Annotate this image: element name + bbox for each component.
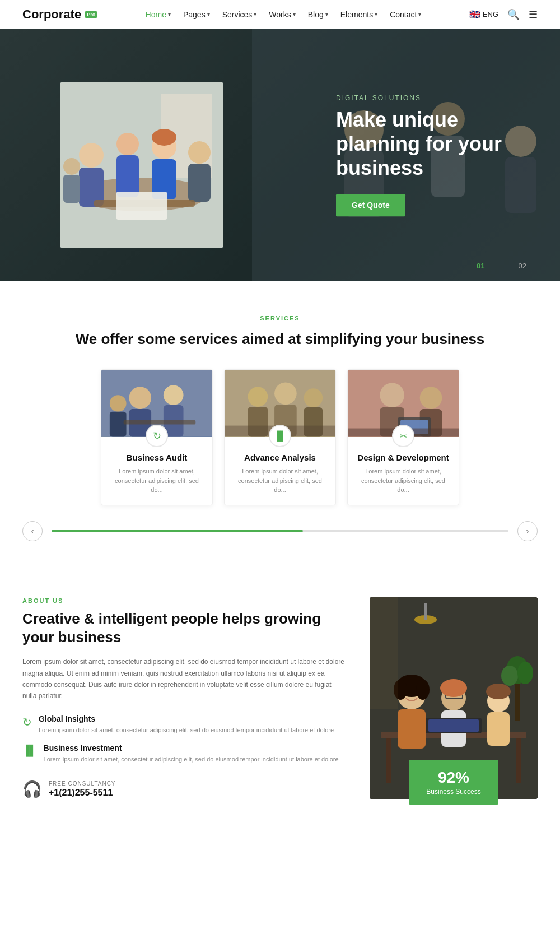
services-tag: SERVICES — [22, 315, 538, 322]
carousel-next-button[interactable]: › — [517, 521, 538, 541]
service-card-desc-3: Lorem ipsum dolor sit amet, consectetur … — [356, 467, 451, 495]
nav-item-blog[interactable]: Blog ▾ — [308, 10, 328, 19]
about-features: ↻ Global Insights Lorem ipsum dolor sit … — [22, 714, 347, 764]
hero-title: Make unique planning for your business — [336, 108, 526, 180]
svg-rect-53 — [386, 738, 391, 783]
service-icon-1: ↻ — [146, 425, 168, 447]
chevron-down-icon: ▾ — [418, 11, 421, 17]
svg-rect-14 — [63, 175, 80, 203]
feature-business-investment-content: Business Investment Lorem ipsum dolor si… — [44, 744, 339, 764]
logo[interactable]: Corporate Pro — [22, 7, 97, 22]
hero-subtitle: DIGITAL SOLUTIONS — [336, 94, 526, 102]
service-card-body-3: Design & Development Lorem ipsum dolor s… — [348, 437, 459, 505]
get-quote-button[interactable]: Get Quote — [336, 194, 405, 216]
svg-point-37 — [304, 388, 323, 407]
carousel-progress — [52, 530, 303, 532]
logo-text: Corporate — [22, 7, 81, 22]
consultancy-row: 🎧 FREE CONSULTANCY +1(21)255-5511 — [22, 780, 347, 798]
svg-rect-56 — [398, 709, 426, 749]
feature-business-investment-title: Business Investment — [44, 744, 339, 752]
business-investment-icon: ▐▌ — [22, 745, 37, 756]
service-card-image-2: ▐▌ — [225, 370, 335, 437]
current-page: 01 — [477, 262, 484, 270]
carousel-track — [52, 530, 508, 532]
svg-rect-7 — [116, 155, 139, 197]
about-badge: 92% Business Success — [409, 760, 498, 805]
consultancy-info: FREE CONSULTANCY +1(21)255-5511 — [49, 780, 116, 798]
hero-section: DIGITAL SOLUTIONS Make unique planning f… — [0, 29, 560, 281]
services-section: SERVICES We offer some services aimed at… — [0, 281, 560, 564]
svg-point-66 — [486, 684, 511, 699]
service-icon-3: ✂ — [392, 425, 414, 447]
hero-image — [60, 82, 223, 248]
next-page: 02 — [519, 262, 526, 270]
svg-point-59 — [416, 680, 430, 700]
svg-point-63 — [440, 679, 467, 697]
chevron-down-icon: ▾ — [254, 11, 256, 17]
svg-point-72 — [517, 662, 533, 684]
svg-point-29 — [110, 395, 127, 412]
chevron-down-icon: ▾ — [168, 11, 171, 17]
nav-item-works[interactable]: Works ▾ — [269, 10, 295, 19]
global-insights-icon: ↻ — [22, 715, 32, 729]
feature-global-insights-content: Global Insights Lorem ipsum dolor sit am… — [39, 714, 334, 735]
feature-global-insights-desc: Lorem ipsum dolor sit amet, consectetur … — [39, 726, 334, 735]
chevron-down-icon: ▾ — [325, 11, 328, 17]
carousel-prev-button[interactable]: ‹ — [22, 521, 43, 541]
about-description: Lorem ipsum dolor sit amet, consectetur … — [22, 656, 347, 702]
svg-rect-73 — [370, 597, 398, 709]
about-section: ABOUT US Creative & intelligent people h… — [0, 564, 560, 833]
service-card-design-dev: ✂ Design & Development Lorem ipsum dolor… — [347, 369, 459, 505]
service-card-image-3: ✂ — [348, 370, 459, 437]
svg-point-43 — [420, 387, 442, 409]
logo-badge: Pro — [85, 11, 97, 18]
flag-icon: 🇬🇧 — [469, 9, 480, 20]
feature-business-investment: ▐▌ Business Investment Lorem ipsum dolor… — [22, 744, 347, 764]
carousel-controls: ‹ › — [22, 521, 538, 541]
svg-rect-12 — [188, 164, 211, 202]
service-card-body-1: Business Audit Lorem ipsum dolor sit ame… — [101, 437, 212, 505]
nav-item-home[interactable]: Home ▾ — [146, 10, 171, 19]
headphone-icon: 🎧 — [22, 780, 42, 798]
hamburger-menu-icon[interactable]: ☰ — [529, 8, 538, 21]
svg-point-13 — [63, 158, 80, 175]
consultancy-phone[interactable]: +1(21)255-5511 — [49, 788, 116, 798]
nav-item-contact[interactable]: Contact ▾ — [390, 10, 421, 19]
about-right: 92% Business Success — [370, 597, 538, 799]
lang-label: ENG — [483, 10, 498, 18]
svg-rect-65 — [487, 712, 510, 746]
svg-point-25 — [129, 387, 152, 409]
service-card-desc-1: Lorem ipsum dolor sit amet, consectetur … — [109, 467, 204, 495]
service-card-title-3: Design & Development — [356, 453, 451, 462]
svg-rect-51 — [424, 603, 427, 620]
feature-business-investment-desc: Lorem ipsum dolor sit amet, consectetur … — [44, 755, 339, 764]
hero-content: DIGITAL SOLUTIONS Make unique planning f… — [336, 94, 526, 216]
services-cards: ↻ Business Audit Lorem ipsum dolor sit a… — [22, 369, 538, 505]
badge-label: Business Success — [422, 788, 485, 796]
svg-point-6 — [116, 133, 139, 155]
nav-item-elements[interactable]: Elements ▾ — [340, 10, 377, 19]
svg-point-71 — [501, 666, 518, 686]
header: Corporate Pro Home ▾ Pages ▾ Services ▾ … — [0, 0, 560, 29]
svg-point-10 — [152, 129, 176, 146]
feature-global-insights: ↻ Global Insights Lorem ipsum dolor sit … — [22, 714, 347, 735]
service-card-title-1: Business Audit — [109, 453, 204, 462]
service-card-image-1: ↻ — [101, 370, 212, 437]
about-tag: ABOUT US — [22, 597, 347, 604]
search-icon[interactable]: 🔍 — [507, 8, 520, 21]
svg-point-27 — [164, 385, 184, 405]
nav-item-pages[interactable]: Pages ▾ — [183, 10, 210, 19]
svg-rect-31 — [124, 420, 196, 425]
service-card-desc-2: Lorem ipsum dolor sit amet, consectetur … — [232, 467, 328, 495]
feature-global-insights-title: Global Insights — [39, 714, 334, 723]
svg-rect-68 — [428, 719, 479, 732]
svg-rect-16 — [116, 192, 167, 220]
svg-point-35 — [274, 382, 297, 405]
language-selector[interactable]: 🇬🇧 ENG — [469, 9, 498, 20]
about-left: ABOUT US Creative & intelligent people h… — [22, 597, 347, 798]
services-title: We offer some services aimed at simplify… — [22, 329, 538, 349]
nav-item-services[interactable]: Services ▾ — [222, 10, 257, 19]
svg-point-11 — [188, 141, 211, 164]
chevron-down-icon: ▾ — [207, 11, 210, 17]
svg-rect-30 — [110, 412, 127, 437]
